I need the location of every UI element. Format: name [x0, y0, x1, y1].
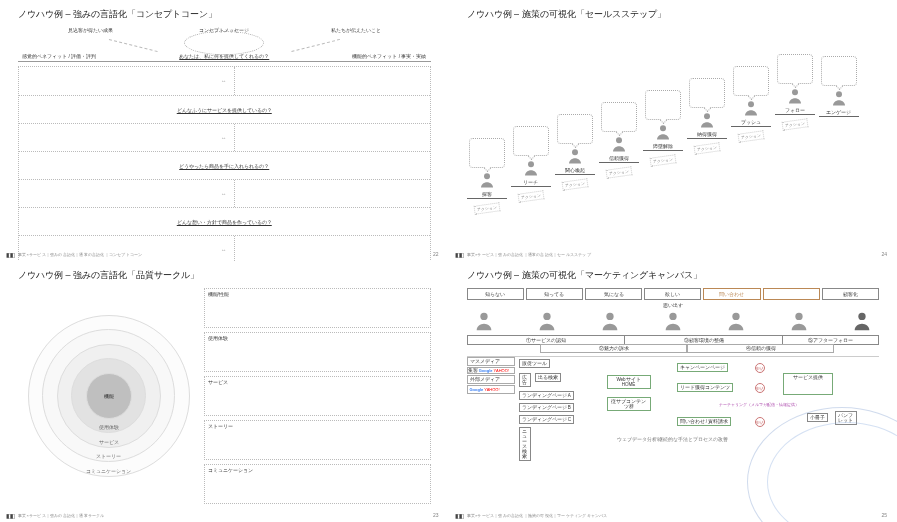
stage-2: 気になる	[585, 288, 642, 300]
band-3: ③顧客環境の整備	[624, 336, 782, 344]
step-1: リーチアクション	[511, 126, 551, 201]
person-icon	[851, 310, 873, 332]
node-news: ニュース検索	[519, 427, 531, 461]
step-6: プッシュアクション	[731, 66, 771, 141]
node-ad2: 出る検索	[535, 373, 561, 382]
svg-point-7	[792, 89, 798, 95]
person-icon	[662, 310, 684, 332]
stage-3: 欲しい	[644, 288, 701, 300]
slide-sales-steps: ノウハウ例 – 施策の可視化「セールスステップ」 探客アクション リーチアクショ…	[449, 0, 898, 261]
node-camp: キャンペーンページ	[677, 363, 728, 372]
band-2: ②魅力の訴求	[540, 344, 687, 353]
step-4: 障壁解除アクション	[643, 90, 683, 165]
node-ad1: 広告	[519, 373, 531, 387]
node-home: Webサイト HOME	[607, 375, 651, 389]
apply-circ: 申込	[755, 383, 765, 393]
qbox-2: サービス	[204, 376, 431, 416]
person-icon	[473, 310, 495, 332]
node-booklet: 小冊子	[807, 413, 828, 422]
svg-point-15	[858, 313, 865, 320]
node-lead: リード獲得コンテンツ	[677, 383, 733, 392]
svg-point-10	[543, 313, 550, 320]
canvas-foot: ウェブデータ分析/継続的な手法とプロセスの改善	[467, 437, 880, 442]
node-lpA: ランディングページ A	[519, 391, 574, 400]
cone-hdr-left: 感覚的ベネフィット / 評価・評判	[22, 53, 96, 59]
stage-0: 知らない	[467, 288, 524, 300]
slide-footer: 事業×サービス｜強みの言語化｜通常の言語化｜コンセプトコーン	[18, 252, 142, 257]
step-0: 探客アクション	[467, 138, 507, 213]
cone-ellipse	[184, 31, 264, 55]
cone-rows: ↔ どんなふうにサービスを提供しているの？ ↔ どうやったら商品を手に入れられる…	[18, 66, 431, 261]
brand-mark: ▮▯▮▯	[455, 512, 463, 519]
svg-point-5	[704, 113, 710, 119]
step-7: フォローアクション	[775, 54, 815, 129]
band-4: ④信頼の獲得	[687, 344, 834, 353]
step-8: エンゲージ	[819, 56, 859, 117]
svg-point-8	[836, 91, 842, 97]
slide-footer: 事業×サービス｜強みの言語化｜施策の可視化｜マーケティングキャンバス	[467, 513, 608, 518]
person-icon	[725, 310, 747, 332]
person-icon	[536, 310, 558, 332]
stage-1: 知ってる	[526, 288, 583, 300]
cone-diag-left	[109, 39, 157, 52]
band-1: ①サービスの認知	[468, 336, 625, 344]
left-shuu: 集客	[468, 368, 478, 373]
svg-point-12	[669, 313, 676, 320]
node-inq: 問い合わせ / 資料請求	[677, 417, 732, 426]
step-2: 関心喚起アクション	[555, 114, 595, 189]
cone-q2: どうやったら商品を手に入れられるの？	[19, 152, 430, 179]
node-nurture: ナーチャリング（メルマガ配信・情報提供）	[717, 401, 801, 408]
cone-q3: どんな想い・方針で商品を作っているの？	[19, 208, 430, 235]
cone-q1: どんなふうにサービスを提供しているの？	[19, 96, 430, 123]
qbox-1: 使用体験	[204, 332, 431, 372]
apply-circ: 申込	[755, 417, 765, 427]
node-sub: 従サブコンテンツ群	[607, 397, 651, 411]
qbox-0: 機能/性能	[204, 288, 431, 328]
page-number: 24	[881, 251, 887, 257]
person-icon	[788, 310, 810, 332]
slide-marketing-canvas: ノウハウ例 – 施策の可視化「マーケティングキャンバス」 知らない 知ってる 気…	[449, 261, 898, 522]
band-5: ⑤アフターフォロー	[782, 336, 878, 344]
svg-point-11	[606, 313, 613, 320]
ring-1: 機能	[86, 373, 132, 419]
page-number: 22	[433, 251, 439, 257]
stage-row: 知らない 知ってる 気になる 欲しい 問い合わせ 顧客化	[467, 288, 880, 300]
slide-footer: 事業×サービス｜強みの言語化｜通常サークル	[18, 513, 105, 518]
google-logo: Google	[479, 368, 493, 373]
node-pamph: パンフレット	[835, 411, 857, 425]
apply-circ: 申込	[755, 363, 765, 373]
phase-subbands: ②魅力の訴求 ④信頼の獲得	[467, 344, 880, 353]
yahoo-logo: YAHOO!	[494, 368, 509, 373]
node-lpB: ランディングページ B	[519, 403, 574, 412]
slide-title: ノウハウ例 – 強みの言語化「品質サークル」	[18, 269, 431, 282]
left-mass: マスメディア	[467, 357, 515, 366]
svg-point-2	[572, 149, 578, 155]
node-tool: 販促ツール	[519, 359, 550, 368]
quality-boxes: 機能/性能 使用体験 サービス ストーリー コミュニケーション	[200, 288, 431, 504]
sales-staircase: 探客アクション リーチアクション 関心喚起アクション 信頼獲得アクション 障壁解…	[467, 27, 880, 243]
step-5: 納得獲得アクション	[687, 78, 727, 153]
svg-point-6	[748, 101, 754, 107]
node-svc: サービス提供	[783, 373, 833, 395]
svg-point-4	[660, 125, 666, 131]
qbox-3: ストーリー	[204, 420, 431, 460]
stage-6: 顧客化	[822, 288, 879, 300]
step-3: 信頼獲得アクション	[599, 102, 639, 177]
person-icon	[599, 310, 621, 332]
stage-5	[763, 288, 820, 300]
page-number: 25	[881, 512, 887, 518]
quality-rings: コミュニケーション ストーリー サービス 使用体験 機能	[18, 288, 200, 504]
slide-concept-cone: ノウハウ例 – 強みの言語化「コンセプトコーン」 見込客が得たい成果 コンセプト…	[0, 0, 449, 261]
brand-mark: ▮▯▮▯	[6, 251, 14, 258]
left-ext: 外部メディア	[467, 375, 515, 384]
svg-point-1	[528, 161, 534, 167]
brand-mark: ▮▯▮▯	[455, 251, 463, 258]
brand-mark: ▮▯▮▯	[6, 512, 14, 519]
persona-row	[467, 310, 880, 335]
stage-recall: 思い出す	[467, 302, 880, 308]
cone-label-left: 見込客が得たい成果	[68, 27, 113, 33]
slide-title: ノウハウ例 – 施策の可視化「マーケティングキャンバス」	[467, 269, 880, 282]
qbox-4: コミュニケーション	[204, 464, 431, 504]
node-lpC: ランディングページ C	[519, 415, 575, 424]
cone-top: 見込客が得たい成果 コンセプトメッセージ 私たちが伝えたいこと	[18, 27, 431, 49]
